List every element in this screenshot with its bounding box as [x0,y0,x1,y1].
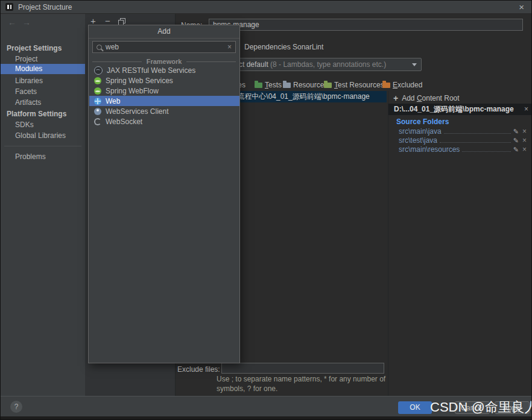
framework-group-separator: Framework [92,58,236,65]
source-folder-path: src\test\java [399,136,437,145]
platform-settings-header: Platform Settings [7,110,66,118]
edit-icon[interactable]: ✎ [513,128,519,136]
test-resources-folder-icon [324,83,332,88]
framework-item-spring-webflow[interactable]: Spring WebFlow [89,86,239,96]
add-module-icon[interactable]: + [90,16,96,25]
dotted-leader [440,142,511,143]
edit-icon[interactable]: ✎ [513,137,519,145]
csdn-watermark: CSDN @命里良人 [430,398,532,416]
mark-resources-button[interactable]: Resources [283,80,328,89]
add-content-root-button[interactable]: + Add Content Root [393,93,460,103]
panel-splitter[interactable] [388,91,388,396]
sidebar-divider [4,146,81,146]
mark-excluded-button[interactable]: Excluded [382,80,422,89]
dotted-leader [462,151,510,152]
framework-item-jax-restful[interactable]: JAX RESTful Web Services [89,65,239,75]
back-icon[interactable]: ← [8,17,16,27]
clear-search-icon[interactable]: × [227,43,232,51]
sidebar-item-global-libraries[interactable]: Global Libraries [15,131,66,140]
mark-resources-label: Resources [293,81,328,89]
mark-excluded-label: Excluded [393,81,422,89]
content-root-header-row[interactable]: D:\...04_01_源码前端\bpmc-manage × [388,104,532,115]
sidebar-item-libraries[interactable]: Libraries [15,77,43,85]
framework-item-label: WebServices Client [106,107,168,116]
ok-button[interactable]: OK [398,401,432,414]
exclude-files-label: Exclude files: [177,365,220,374]
source-folder-row[interactable]: src\test\java ✎ × [399,136,527,145]
framework-item-spring-web-services[interactable]: Spring Web Services [89,75,239,86]
excluded-folder-icon [382,83,390,88]
tests-folder-icon [255,83,262,88]
search-icon [97,45,102,50]
web-facet-icon [94,98,101,105]
exclude-hint-line2: symbols, ? for one. [217,384,277,393]
dialog-footer: ? OK Cancel Apply CSDN @命里良人 [1,396,532,416]
tab-dependencies[interactable]: Dependencies [244,43,291,51]
resources-folder-icon [283,83,291,88]
language-level-select[interactable]: Project default (8 - Lambdas, type annot… [217,58,422,71]
content-root-path: D:\...04_01_源码前端\bpmc-manage [394,105,514,113]
exclude-files-input[interactable] [221,363,384,374]
exclude-hint-line1: Use ; to separate name patterns, * for a… [217,375,385,383]
chevron-down-icon [412,63,417,66]
delete-icon[interactable]: × [522,127,527,136]
window-title: Project Structure [18,3,72,11]
framework-search-input[interactable]: web × [92,41,236,53]
spring-icon [94,77,101,84]
delete-icon[interactable]: × [522,145,527,154]
sidebar-item-problems[interactable]: Problems [15,152,46,161]
sidebar-item-artifacts[interactable]: Artifacts [15,98,41,107]
framework-item-label: WebSocket [106,118,142,126]
popup-title: Add [89,25,239,39]
settings-sidebar: ← → Project Settings Project Modules Lib… [1,14,85,396]
module-name-input[interactable]: bpmc-manage [209,19,523,31]
sidebar-item-project[interactable]: Project [15,55,37,63]
add-framework-popup: Add web × Framework JAX RESTful Web Serv… [88,25,240,363]
webservices-client-icon [94,108,101,115]
search-value: web [106,43,119,51]
source-folder-path: src\main\java [399,127,442,136]
language-level-suffix: (8 - Lambdas, type annotations etc.) [270,60,386,69]
websocket-icon [94,118,101,125]
source-folder-row[interactable]: src\main\java ✎ × [399,127,527,136]
close-icon[interactable]: × [519,2,524,12]
intellij-logo-icon [5,3,13,11]
mark-test-resources-label: Test Resources [334,81,384,89]
framework-item-label: Spring WebFlow [106,87,159,95]
project-structure-dialog: Project Structure × ← → Project Settings… [0,0,532,420]
titlebar: Project Structure × [1,1,532,14]
edit-icon[interactable]: ✎ [513,146,519,154]
tab-sonarlint[interactable]: SonarLint [293,43,323,51]
source-folders-header: Source Folders [396,118,449,126]
sidebar-item-modules[interactable]: Modules [1,64,85,74]
project-settings-header: Project Settings [7,44,62,52]
framework-item-websocket[interactable]: WebSocket [89,116,239,127]
forward-icon[interactable]: → [22,17,31,27]
sidebar-item-facets[interactable]: Facets [15,87,37,96]
spring-icon [94,87,101,95]
delete-icon[interactable]: × [522,136,527,145]
window-bottom-edge [1,416,532,420]
framework-item-label: Spring Web Services [106,77,173,85]
framework-item-webservices-client[interactable]: WebServices Client [89,106,239,116]
source-folder-row[interactable]: src\main\resources ✎ × [399,145,527,154]
sidebar-item-modules-label: Modules [15,64,42,73]
framework-item-label: Web [106,97,120,105]
framework-item-web-selected[interactable]: Web [89,96,239,106]
framework-group-label: Framework [147,58,182,65]
remove-content-root-icon[interactable]: × [524,104,528,115]
dotted-leader [444,133,511,134]
plus-icon: + [393,93,398,103]
remove-module-icon[interactable]: − [105,16,110,25]
add-content-root-label: Add Content Root [402,94,459,102]
sidebar-item-sdks[interactable]: SDKs [15,121,34,129]
source-folder-path: src\main\resources [399,145,460,154]
mark-tests-label: Tests [265,81,282,89]
mark-test-resources-button[interactable]: Test Resources [324,80,384,89]
framework-item-label: JAX RESTful Web Services [107,66,195,75]
help-button[interactable]: ? [10,401,22,413]
mark-tests-button[interactable]: Tests [255,80,282,89]
jax-rs-icon [94,66,103,75]
